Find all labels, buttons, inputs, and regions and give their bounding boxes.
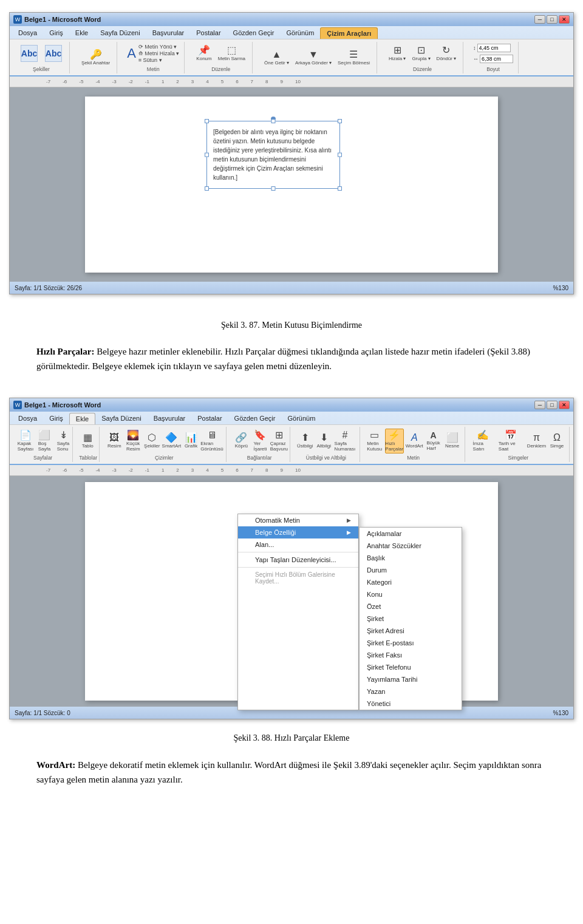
konum-btn[interactable]: 📌 Konum — [194, 44, 213, 63]
ustbilgi-btn[interactable]: ⬆ Üstbilgi — [296, 432, 313, 450]
text-content-1: Şekil 3. 87. Metin Kutusu Biçimlendirme … — [0, 294, 583, 392]
submenu-konu[interactable]: Konu — [360, 588, 462, 600]
doc-area-top: [Belgeden bir alıntı veya ilginç bir nok… — [10, 87, 573, 282]
tarih-btn[interactable]: 📅 Tarih ve Saat — [497, 429, 525, 453]
simge-icon: Ω — [553, 433, 561, 443]
buyuk-harf-icon: A — [431, 431, 437, 440]
denklem-btn[interactable]: π Denklem — [527, 432, 547, 450]
imza-btn[interactable]: ✍ İmza Satırı — [471, 429, 495, 453]
smartart-btn[interactable]: 🔷 SmartArt — [162, 432, 180, 450]
ruler-marks-top: -7-6-5-4-3-2-1 12345678910 — [10, 79, 573, 84]
hizala-btn[interactable]: ⊞ Hizala ▾ — [387, 44, 407, 63]
dropdown-belge-ozelligi[interactable]: Belge Özelliği ▶ — [238, 526, 358, 538]
buyuk-harf-btn[interactable]: A BüyükHarf — [425, 430, 442, 452]
capraz-btn[interactable]: ⊞ ÇaprazBaşvuru — [270, 429, 287, 453]
dropdown-otomatik-metin[interactable]: Otomatik Metin ▶ — [238, 514, 358, 526]
kapak-btn[interactable]: 📄 KapakSayfası — [17, 429, 34, 453]
submenu-baslik[interactable]: Başlık — [360, 552, 462, 564]
maximize-button-bottom[interactable]: □ — [547, 401, 557, 409]
abc-btn-2[interactable]: Abc — [43, 44, 64, 63]
resize-handle-tl[interactable] — [205, 119, 209, 123]
simge-btn[interactable]: Ω Simge — [548, 432, 565, 450]
submenu-sirket-adresi[interactable]: Şirket Adresi — [360, 625, 462, 637]
main-text-rest1: Belgeye hazır metinler eklenebilir. Hızl… — [36, 347, 530, 371]
tab-basvurular-top[interactable]: Başvurular — [146, 27, 191, 39]
tab-dosya-bottom[interactable]: Dosya — [12, 413, 43, 424]
kucuk-resim-btn[interactable]: 🌄 KüçükResim — [124, 429, 141, 453]
yer-isareti-btn[interactable]: 🔖 Yerİşareti — [251, 429, 268, 453]
sonu-btn[interactable]: ↡ SayfaSonu — [55, 429, 72, 453]
tablo-btn[interactable]: ▦ Tablo — [79, 432, 96, 450]
submenu-durum[interactable]: Durum — [360, 564, 462, 576]
dropdown-alan[interactable]: Alan... — [238, 538, 358, 551]
submenu-sirket[interactable]: Şirket — [360, 613, 462, 625]
text-box-callout[interactable]: [Belgeden bir alıntı veya ilginç bir nok… — [206, 121, 340, 189]
ustbilgi-label: Üstbilgi ve Altbilgi — [296, 454, 356, 461]
tab-postalar-bottom[interactable]: Postalar — [191, 413, 228, 424]
nesne-btn[interactable]: ⬜ Nesne — [444, 432, 461, 450]
tab-basvurular-bottom[interactable]: Başvurular — [148, 413, 192, 424]
tab-giris-bottom[interactable]: Giriş — [43, 413, 69, 424]
tab-postalar-top[interactable]: Postalar — [190, 27, 227, 39]
resim-btn[interactable]: 🖼 Resim — [106, 432, 123, 450]
secim-bolmesi-btn[interactable]: ☰ Seçim Bölmesi — [336, 49, 372, 67]
resize-handle-tm[interactable] — [271, 119, 276, 123]
arkaya-gonder-btn[interactable]: ▼ Arkaya Gönder ▾ — [293, 49, 333, 67]
sayfa-num-btn[interactable]: # SayfaNumarası — [334, 429, 355, 453]
resize-handle-bl[interactable] — [205, 186, 209, 191]
resize-handle-ml[interactable] — [205, 153, 209, 157]
submenu-yayim[interactable]: Yayımlama Tarihi — [360, 673, 462, 685]
sekiller-btn[interactable]: ⬡ Şekiller — [143, 432, 160, 450]
bos-btn[interactable]: ⬜ BoşSayfa — [36, 429, 53, 453]
tab-sayfa-top[interactable]: Sayfa Düzeni — [94, 27, 146, 39]
submenu-sirket-eposta[interactable]: Şirket E-postası — [360, 637, 462, 649]
height-input[interactable] — [477, 44, 511, 52]
figure-caption-88: Şekil 3. 88. Hızlı Parçalar Ekleme — [36, 732, 547, 745]
minimize-button-top[interactable]: ─ — [534, 15, 545, 24]
tab-gorunum-top[interactable]: Görünüm — [280, 27, 320, 39]
resize-handle-br[interactable] — [338, 186, 342, 191]
resize-handle-bm[interactable] — [271, 186, 276, 191]
tab-sayfa-bottom[interactable]: Sayfa Düzeni — [95, 413, 147, 424]
submenu-yazan[interactable]: Yazan — [360, 685, 462, 698]
grupla-btn[interactable]: ⊡ Grupla ▾ — [410, 44, 432, 63]
ekran-btn[interactable]: 🖥 EkranGörüntüsü — [202, 429, 223, 453]
tab-giris-top[interactable]: Giriş — [43, 27, 69, 39]
cizimler-label: Çizimler — [106, 454, 222, 461]
maximize-button-top[interactable]: □ — [547, 15, 557, 24]
tab-gozden-bottom[interactable]: Gözden Geçir — [228, 413, 282, 424]
minimize-button-bottom[interactable]: ─ — [534, 401, 545, 409]
grafik-btn[interactable]: 📊 Grafik — [183, 432, 200, 450]
submenu-yonetici[interactable]: Yönetici — [360, 698, 462, 710]
tab-ekle-bottom[interactable]: Ekle — [69, 413, 95, 424]
tab-gozden-top[interactable]: Gözden Geçir — [227, 27, 281, 39]
submenu-aciklamalar[interactable]: Açıklamalar — [360, 528, 462, 540]
metin-kutusu-btn[interactable]: ▭ MetinKutusu — [366, 429, 383, 453]
resize-handle-mr[interactable] — [338, 153, 342, 157]
submenu-sirket-faks[interactable]: Şirket Faksı — [360, 649, 462, 661]
tab-ekle-top[interactable]: Ekle — [69, 27, 94, 39]
anahtar-btn[interactable]: 🔑 Şekil Anahtar — [80, 49, 112, 67]
one-getir-btn[interactable]: ▲ Öne Getir ▾ — [262, 49, 291, 67]
submenu-ozet[interactable]: Özet — [360, 600, 462, 613]
dropdown-yapi-taslari[interactable]: Yapı Taşları Düzenleyicisi... — [238, 554, 358, 566]
metinsarmala-btn[interactable]: ⬚ Metin Sarma — [216, 44, 247, 63]
status-right-bottom: %130 — [553, 710, 568, 716]
wordart-btn[interactable]: A WordArt — [406, 432, 423, 450]
kopru-btn[interactable]: 🔗 Köprü — [233, 432, 250, 450]
resize-handle-tr[interactable] — [338, 119, 342, 123]
tab-dosya-top[interactable]: Dosya — [12, 27, 43, 39]
altbilgi-btn[interactable]: ⬇ Altbilgi — [315, 432, 332, 450]
tab-cizim-top[interactable]: Çizim Araçları — [320, 27, 378, 39]
submenu-anahtar[interactable]: Anahtar Sözcükler — [360, 540, 462, 552]
hizli-parcalar-btn[interactable]: ⚡ HızlıParçalar — [385, 429, 404, 454]
width-input[interactable] — [480, 55, 513, 63]
don-btn[interactable]: ↻ Döndür ▾ — [435, 44, 458, 63]
abc-btn-1[interactable]: Abc — [18, 44, 40, 63]
imza-icon: ✍ — [477, 430, 489, 440]
close-button-top[interactable]: ✕ — [559, 15, 570, 24]
submenu-kategori[interactable]: Kategori — [360, 576, 462, 588]
submenu-sirket-tel[interactable]: Şirket Telefonu — [360, 661, 462, 673]
tab-gorunum-bottom[interactable]: Görünüm — [281, 413, 321, 424]
close-button-bottom[interactable]: ✕ — [559, 401, 570, 409]
